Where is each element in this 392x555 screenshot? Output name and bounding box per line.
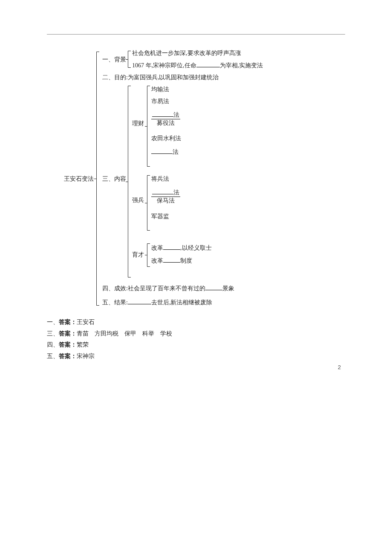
qb-1: 将兵法 (151, 175, 169, 183)
a4-bold: 答案： (59, 341, 77, 348)
sec5b: 去世后,新法相继被废除 (151, 299, 213, 306)
sec1-line1: 社会危机进一步加深,要求改革的呼声高涨 (132, 49, 241, 57)
blank-sec5 (128, 298, 151, 304)
licai-5: 农田水利法 (151, 135, 181, 142)
a1-label: 一、 (47, 319, 59, 325)
licai-1: 均输法 (151, 86, 169, 93)
sec5: 五、结果:去世后,新法相继被废除 (102, 298, 212, 306)
sec1-head: 一、背景 (102, 56, 126, 64)
blank-yucai-2 (163, 256, 180, 263)
licai-frac-bot: 募役法 (151, 119, 180, 127)
sec1-line2: 1067 年,宋神宗即位,任命为宰相,实施变法 (132, 61, 263, 69)
sec1-line2a: 1067 年,宋神宗即位,任命 (132, 62, 196, 69)
a3-bold: 答案： (59, 330, 77, 337)
answers-block: 一、答案：王安石 三、答案：青苗 方田均税 保甲 科举 学校 四、答案：繁荣 五… (47, 317, 345, 362)
blank-licai-6 (151, 147, 173, 154)
sec2: 二、目的:为富国强兵,以巩固和加强封建统治 (102, 74, 219, 81)
answer-1: 一、答案：王安石 (47, 317, 345, 328)
a3-val: 青苗 方田均税 保甲 科举 学校 (77, 330, 172, 337)
answer-4: 四、答案：繁荣 (47, 339, 345, 351)
blank-sec4 (205, 284, 222, 290)
yucai-l1: 改革,以经义取士 (151, 243, 212, 252)
answer-5: 五、答案：宋神宗 (47, 351, 345, 362)
yucai-l1b: ,以经义取士 (180, 245, 212, 251)
licai-6-suffix: 法 (173, 149, 179, 155)
answer-3: 三、答案：青苗 方田均税 保甲 科举 学校 (47, 328, 345, 340)
qb-frac-bot: 保马法 (151, 197, 180, 205)
a4-val: 繁荣 (77, 341, 89, 348)
yucai-l2b: 制度 (180, 257, 192, 264)
a1-val: 王安石 (77, 319, 95, 325)
licai-6: 法 (151, 147, 179, 156)
licai-2: 市易法 (151, 98, 169, 105)
qb-frac-top-suffix: 法 (173, 189, 179, 196)
yucai-l2: 改革制度 (151, 256, 192, 265)
sec4b: 景象 (222, 285, 234, 292)
licai-frac: 法 募役法 (151, 110, 180, 127)
yucai-head: 育才 (132, 251, 144, 259)
brace-licai (147, 86, 147, 167)
sec5a: 五、结果: (102, 299, 128, 306)
a5-label: 五、 (47, 353, 59, 359)
brace-qiangbing (147, 175, 147, 231)
tree-diagram: 王安石变法 一、背景 社会危机进一步加深,要求改革的呼声高涨 1067 年,宋神… (64, 47, 345, 312)
qb-frac: 法 保马法 (151, 188, 180, 205)
yucai-l1a: 改革 (151, 245, 163, 251)
brace-yucai (147, 243, 147, 267)
blank-yucai-1 (163, 243, 180, 250)
licai-head: 理财 (132, 120, 144, 127)
sec4: 四、成效:社会呈现了百年来不曾有过的景象 (102, 284, 234, 292)
sec1-line2b: 为宰相,实施变法 (220, 62, 263, 69)
a4-label: 四、 (47, 341, 59, 348)
sec3-head: 三、内容 (102, 175, 126, 183)
blank-1 (196, 61, 220, 67)
page-number: 2 (338, 364, 341, 370)
a5-bold: 答案： (59, 353, 77, 359)
blank-licai-top (152, 110, 173, 117)
licai-frac-top-suffix: 法 (173, 112, 179, 118)
brace-root (96, 52, 97, 306)
root-label: 王安石变法 (64, 175, 94, 183)
yucai-l2a: 改革 (151, 257, 163, 264)
a3-label: 三、 (47, 330, 59, 337)
blank-qb-top (152, 188, 173, 194)
brace-sec1 (128, 51, 128, 68)
brace-sec3 (128, 86, 128, 278)
a5-val: 宋神宗 (77, 353, 95, 359)
qiangbing-head: 强兵 (132, 197, 144, 204)
a1-bold: 答案： (59, 319, 77, 325)
qb-4: 军器监 (151, 213, 169, 220)
sec4a: 四、成效:社会呈现了百年来不曾有过的 (102, 285, 205, 292)
